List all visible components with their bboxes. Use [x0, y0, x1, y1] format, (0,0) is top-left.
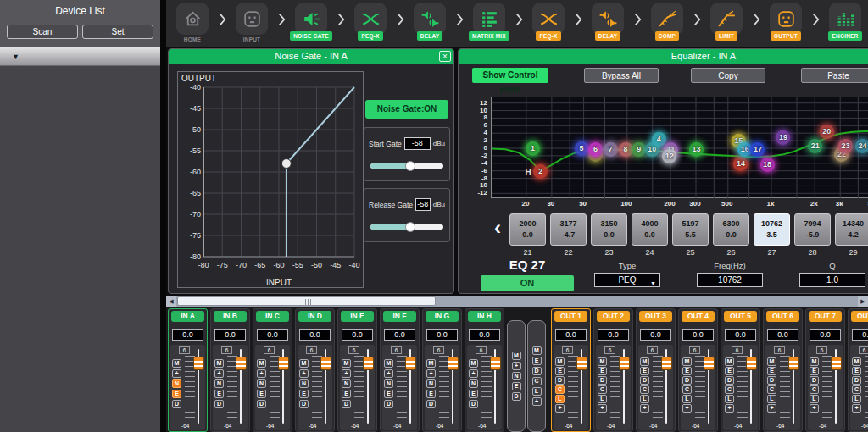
channel-label[interactable]: IN C [256, 311, 289, 322]
scroll-left-icon[interactable]: ◀ [166, 296, 176, 307]
channel-gain-value[interactable]: 0.0 [725, 329, 756, 341]
strip-button-e[interactable]: E [640, 367, 649, 375]
fader-handle[interactable] [448, 357, 459, 370]
channel-gain-value[interactable]: 0.0 [469, 329, 500, 341]
strip-button-c[interactable]: C [640, 385, 649, 394]
strip-button-d[interactable]: D [384, 400, 393, 408]
channel-gain-value[interactable]: 0.0 [598, 329, 629, 341]
toolbar-item-noise-gate[interactable]: NOISE GATE [286, 3, 337, 41]
channel-gain-value[interactable]: 0.0 [682, 329, 714, 341]
channel-label[interactable]: OUT 8 [851, 311, 868, 322]
channel-strip-in-c[interactable]: IN C0.06M+NED-64 [253, 308, 292, 432]
scan-button[interactable]: Scan [7, 25, 78, 39]
eq-point-21[interactable]: 21 [808, 139, 822, 153]
strip-button-m[interactable]: M [257, 359, 266, 368]
strip-button-l[interactable]: L [598, 395, 607, 403]
paste-button[interactable]: Paste [801, 68, 868, 83]
master-button-plus[interactable]: + [532, 397, 542, 406]
device-group-header[interactable]: ▼ [0, 47, 160, 66]
strip-button-n[interactable]: N [172, 379, 181, 388]
strip-button-plus[interactable]: + [172, 369, 181, 378]
strip-button-plus[interactable]: + [342, 369, 351, 378]
strip-button-m[interactable]: M [214, 359, 224, 368]
master-button-l[interactable]: L [532, 387, 542, 396]
horizontal-scrollbar[interactable]: ◀ ▶ [166, 296, 868, 307]
strip-button-plus[interactable]: + [469, 369, 478, 378]
strip-button-d[interactable]: D [682, 376, 692, 385]
strip-button-m[interactable]: M [682, 357, 692, 366]
strip-button-e[interactable]: E [384, 390, 393, 398]
eq-band-cell[interactable]: 51975.5 [672, 213, 709, 246]
channel-label[interactable]: IN G [426, 311, 459, 322]
eq-point-1[interactable]: 1 [526, 141, 540, 156]
strip-button-n[interactable]: N [469, 379, 478, 388]
strip-button-m[interactable]: M [384, 359, 393, 368]
strip-button-m[interactable]: M [469, 359, 478, 368]
master-button-plus[interactable]: + [512, 362, 521, 370]
fader-handle[interactable] [788, 357, 799, 370]
fader-handle[interactable] [619, 357, 630, 370]
strip-button-d[interactable]: D [598, 376, 607, 385]
strip-button-plus[interactable]: + [810, 404, 819, 413]
eq-point-7[interactable]: 7 [604, 142, 618, 157]
strip-button-e[interactable]: E [214, 390, 224, 398]
close-icon[interactable]: × [439, 51, 451, 62]
set-button[interactable]: Set [82, 25, 153, 39]
channel-strip-in-h[interactable]: IN H0.06M+NED-64 [465, 308, 504, 432]
fader-handle[interactable] [278, 357, 289, 370]
strip-button-d[interactable]: D [214, 400, 224, 408]
strip-button-plus[interactable]: + [682, 404, 692, 413]
eq-point-9[interactable]: 9 [632, 142, 646, 157]
eq-point-4[interactable]: 4 [652, 132, 666, 147]
strip-button-c[interactable]: C [598, 385, 607, 394]
master-button-e[interactable]: E [532, 357, 542, 365]
eq-band-cell[interactable]: 107623.5 [754, 213, 790, 246]
fader-handle[interactable] [320, 357, 331, 370]
channel-strip-out-2[interactable]: OUT 20.06MEDCL+-64 [593, 308, 633, 432]
bypass-all-button[interactable]: Bypass All [584, 68, 659, 83]
strip-button-d[interactable]: D [725, 376, 734, 385]
strip-button-e[interactable]: E [299, 390, 309, 398]
toolbar-item-peq-x[interactable]: PEQ-X [523, 3, 574, 41]
strip-button-c[interactable]: C [555, 385, 565, 394]
toolbar-item-home[interactable]: HOME [167, 3, 218, 42]
channel-strip-out-1[interactable]: OUT 10.06MEDCL+-64 [551, 308, 591, 432]
strip-button-d[interactable]: D [810, 376, 819, 385]
strip-button-d[interactable]: D [299, 400, 309, 408]
channel-gain-value[interactable]: 0.0 [342, 329, 373, 341]
strip-button-d[interactable]: D [640, 376, 649, 385]
strip-button-plus[interactable]: + [214, 369, 224, 378]
eq-point-13[interactable]: 13 [689, 142, 704, 157]
copy-button[interactable]: Copy [691, 68, 765, 83]
master-button-d[interactable]: D [532, 367, 542, 375]
eq-band-cell[interactable]: 20000.0 [509, 213, 546, 246]
q-input[interactable]: 1.0 [799, 273, 865, 287]
strip-button-n[interactable]: N [214, 379, 224, 388]
strip-button-m[interactable]: M [426, 359, 436, 368]
fader-handle[interactable] [746, 357, 757, 370]
strip-button-c[interactable]: C [810, 385, 819, 394]
fader-handle[interactable] [236, 357, 247, 370]
channel-strip-in-a[interactable]: IN A0.06M+NED-64 [168, 308, 208, 432]
channel-gain-value[interactable]: 0.0 [257, 329, 288, 341]
toolbar-item-matrix-mix[interactable]: MATRIX MIX [464, 3, 515, 41]
master-button-n[interactable]: N [512, 372, 521, 380]
eq-band-cell[interactable]: 31500.0 [591, 213, 627, 246]
strip-button-n[interactable]: N [299, 379, 309, 388]
eq-band-cell[interactable]: 63000.0 [713, 213, 749, 246]
fader-handle[interactable] [193, 357, 204, 370]
strip-button-n[interactable]: N [426, 379, 436, 388]
channel-strip-in-g[interactable]: IN G0.06M+NED-64 [422, 308, 462, 432]
master-button-e[interactable]: E [512, 382, 521, 390]
strip-button-n[interactable]: N [257, 379, 266, 388]
channel-label[interactable]: OUT 7 [809, 311, 842, 322]
strip-button-d[interactable]: D [555, 376, 565, 385]
strip-button-e[interactable]: E [725, 367, 734, 375]
strip-button-d[interactable]: D [426, 400, 436, 408]
channel-label[interactable]: IN D [298, 311, 331, 322]
eq-point-6[interactable]: 6 [588, 142, 603, 157]
strip-button-plus[interactable]: + [555, 404, 565, 413]
strip-button-plus[interactable]: + [426, 369, 436, 378]
toolbar-item-output[interactable]: OUTPUT [760, 3, 811, 41]
eq-point-24[interactable]: 24 [855, 139, 868, 153]
